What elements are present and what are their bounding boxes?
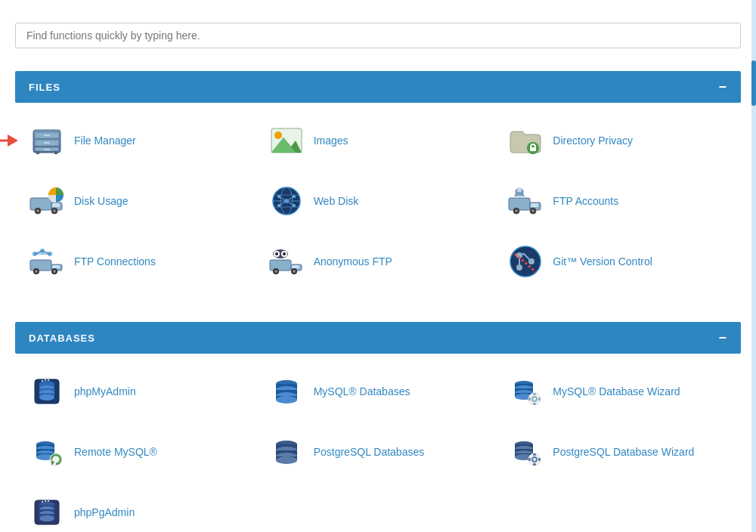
svg-rect-63 — [292, 265, 299, 268]
files-collapse-icon[interactable]: − — [718, 80, 727, 94]
svg-point-97 — [276, 396, 297, 404]
svg-rect-48 — [30, 260, 51, 271]
directory-privacy-label: Directory Privacy — [553, 135, 633, 147]
images-item[interactable]: Images — [262, 118, 494, 163]
ftp-accounts-icon — [507, 183, 544, 219]
svg-point-67 — [293, 270, 296, 273]
web-disk-item[interactable]: Web Disk — [262, 178, 494, 224]
web-disk-label: Web Disk — [314, 195, 359, 207]
svg-point-23 — [53, 209, 56, 212]
svg-rect-109 — [533, 403, 536, 405]
svg-point-150 — [42, 501, 43, 503]
databases-section-header[interactable]: DATABASES − — [15, 322, 741, 354]
svg-point-12 — [274, 131, 282, 139]
phppgadmin-icon — [29, 494, 65, 530]
anonymous-ftp-icon — [268, 243, 305, 280]
mysql-wizard-icon — [507, 373, 544, 410]
phppgadmin-item[interactable]: phpPgAdmin — [23, 490, 255, 532]
git-version-control-item[interactable]: Git™ Version Control — [501, 239, 733, 284]
files-section-header[interactable]: FILES − — [15, 71, 741, 103]
directory-privacy-item[interactable]: Directory Privacy — [501, 118, 733, 163]
svg-point-72 — [283, 252, 286, 255]
phpmyadmin-label: phpMyAdmin — [74, 385, 136, 397]
svg-line-78 — [528, 258, 530, 260]
file-manager-item[interactable]: File Manager — [23, 118, 255, 163]
mysql-databases-item[interactable]: MySQL® Databases — [262, 369, 494, 414]
svg-point-149 — [39, 515, 54, 521]
postgresql-wizard-label: PostgreSQL Database Wizard — [553, 446, 694, 458]
anonymous-ftp-label: Anonymous FTP — [314, 255, 392, 268]
phppgadmin-label: phpPgAdmin — [74, 506, 135, 518]
arrow-indicator — [0, 131, 18, 150]
ftp-accounts-item[interactable]: FTP Accounts — [501, 178, 733, 224]
files-section-content: File Manager Images — [15, 103, 741, 299]
svg-point-107 — [533, 397, 536, 401]
remote-mysql-label: Remote MySQL® — [74, 446, 157, 458]
svg-rect-4 — [44, 135, 50, 136]
git-icon — [507, 243, 544, 280]
svg-point-89 — [45, 379, 46, 381]
remote-mysql-icon — [29, 434, 65, 470]
disk-usage-label: Disk Usage — [74, 195, 129, 207]
databases-section: DATABASES − — [15, 322, 741, 532]
ftp-connections-item[interactable]: FTP Connections — [23, 239, 255, 284]
directory-privacy-icon — [507, 122, 544, 159]
git-version-control-label: Git™ Version Control — [553, 255, 652, 268]
phpmyadmin-icon — [29, 373, 65, 410]
svg-point-43 — [515, 209, 518, 212]
mysql-wizard-label: MySQL® Database Wizard — [553, 385, 680, 397]
file-manager-label: File Manager — [74, 135, 136, 147]
svg-point-54 — [53, 270, 56, 273]
svg-point-21 — [36, 209, 39, 212]
svg-rect-8 — [44, 149, 50, 150]
disk-usage-icon — [29, 183, 65, 219]
file-manager-icon — [29, 122, 65, 159]
svg-marker-1 — [8, 135, 18, 147]
postgresql-databases-label: PostgreSQL Databases — [314, 446, 425, 458]
svg-rect-138 — [533, 453, 536, 456]
search-input[interactable] — [15, 23, 741, 48]
svg-point-52 — [35, 270, 38, 273]
svg-rect-140 — [528, 458, 531, 461]
svg-point-127 — [276, 456, 297, 464]
svg-rect-19 — [52, 203, 60, 207]
files-section-label: FILES — [29, 82, 60, 93]
ftp-accounts-label: FTP Accounts — [553, 195, 618, 207]
phpmyadmin-item[interactable]: phpMyAdmin — [23, 369, 255, 414]
svg-rect-111 — [538, 397, 541, 401]
files-section: FILES − — [15, 71, 741, 299]
databases-collapse-icon[interactable]: − — [718, 331, 727, 345]
svg-rect-141 — [538, 458, 541, 461]
svg-point-88 — [42, 380, 43, 382]
databases-section-label: DATABASES — [29, 332, 95, 344]
svg-rect-139 — [533, 463, 536, 466]
svg-point-152 — [48, 500, 49, 502]
ftp-connections-label: FTP Connections — [74, 255, 156, 268]
svg-rect-9 — [36, 151, 39, 154]
images-label: Images — [314, 135, 349, 147]
svg-rect-10 — [54, 151, 57, 154]
ftp-connections-icon — [29, 243, 65, 280]
postgresql-wizard-icon — [507, 434, 544, 470]
svg-rect-41 — [531, 203, 538, 207]
mysql-wizard-item[interactable]: MySQL® Database Wizard — [501, 369, 733, 414]
postgresql-databases-item[interactable]: PostgreSQL Databases — [262, 429, 494, 475]
svg-point-137 — [533, 458, 536, 461]
postgresql-wizard-item[interactable]: PostgreSQL Database Wizard — [501, 429, 733, 475]
svg-point-87 — [39, 394, 54, 401]
mysql-databases-label: MySQL® Databases — [314, 385, 411, 397]
remote-mysql-item[interactable]: Remote MySQL® — [23, 429, 255, 475]
svg-point-65 — [274, 270, 277, 273]
svg-point-71 — [275, 252, 278, 255]
disk-usage-item[interactable]: Disk Usage — [23, 178, 255, 224]
anonymous-ftp-item[interactable]: Anonymous FTP — [262, 239, 494, 284]
svg-rect-50 — [52, 265, 60, 268]
web-disk-icon — [268, 183, 305, 219]
mysql-icon — [268, 373, 305, 410]
svg-point-90 — [48, 379, 49, 381]
svg-rect-61 — [270, 260, 291, 271]
svg-point-47 — [517, 187, 522, 192]
svg-rect-16 — [530, 147, 536, 151]
svg-point-151 — [45, 500, 46, 502]
svg-point-45 — [531, 209, 534, 212]
